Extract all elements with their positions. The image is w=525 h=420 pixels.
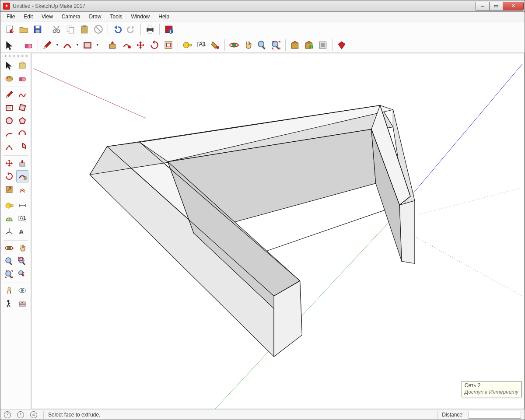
- arc-tool[interactable]: [3, 128, 15, 140]
- close-button[interactable]: ✕: [503, 2, 524, 10]
- menu-view[interactable]: View: [37, 12, 57, 21]
- 3pt-arc-tool[interactable]: [3, 141, 15, 153]
- menu-file[interactable]: File: [2, 12, 19, 21]
- tooltip-line2: Доступ к Интернету: [465, 389, 518, 396]
- dimension-tool[interactable]: [16, 200, 28, 212]
- warehouse-button[interactable]: [288, 38, 301, 52]
- vcb-input[interactable]: [469, 411, 521, 419]
- eraser-button[interactable]: [22, 38, 35, 52]
- offset-tool[interactable]: [16, 183, 28, 196]
- app-window: ✦ Untitled - SketchUp Make 2017 ─ ▭ ✕ Fi…: [0, 0, 525, 420]
- statusbar: ? ! ☺ Select face to extrude. Distance: [0, 409, 525, 420]
- select-tool[interactable]: [3, 59, 15, 71]
- save-button[interactable]: [31, 23, 44, 36]
- rotate-tool[interactable]: [3, 170, 15, 182]
- toolbar-standard: [0, 21, 525, 37]
- rotated-rect-tool[interactable]: [16, 102, 28, 114]
- position-camera-tool[interactable]: [3, 284, 15, 297]
- followme-button[interactable]: [120, 38, 133, 52]
- rectangle-tool[interactable]: [3, 102, 15, 114]
- pan-button[interactable]: [242, 38, 255, 52]
- menu-tools[interactable]: Tools: [106, 12, 127, 21]
- protractor-tool[interactable]: [3, 213, 15, 225]
- zoom-extents-tool[interactable]: [3, 268, 15, 280]
- print-button[interactable]: [144, 23, 157, 36]
- signin-button[interactable]: ☺: [30, 411, 37, 418]
- axes-tool[interactable]: [3, 226, 15, 238]
- polygon-tool[interactable]: [16, 115, 28, 127]
- warehouse2-button[interactable]: [302, 38, 315, 52]
- rotate-button[interactable]: [148, 38, 161, 52]
- zoom-extents-button[interactable]: [270, 38, 283, 52]
- minimize-button[interactable]: ─: [476, 2, 490, 10]
- zoom-tool[interactable]: [3, 255, 15, 267]
- zoom-button[interactable]: [256, 38, 269, 52]
- select-button[interactable]: [3, 38, 16, 52]
- open-button[interactable]: [17, 23, 30, 36]
- scale-tool[interactable]: [3, 183, 15, 196]
- offset-button[interactable]: [162, 38, 175, 52]
- previous-tool[interactable]: [16, 268, 28, 280]
- maximize-button[interactable]: ▭: [489, 2, 503, 10]
- paint-tool[interactable]: [3, 72, 15, 84]
- toolbar-grip[interactable]: [3, 55, 29, 57]
- redo-button[interactable]: [125, 23, 138, 36]
- rectangle-button[interactable]: [81, 38, 94, 52]
- pie-tool[interactable]: [16, 141, 28, 153]
- look-around-tool[interactable]: [16, 284, 28, 297]
- section-tool[interactable]: [16, 298, 28, 310]
- window-title: Untitled - SketchUp Make 2017: [13, 3, 476, 9]
- move-button[interactable]: [134, 38, 147, 52]
- menubar: FileEditViewCameraDrawToolsWindowHelp: [0, 12, 525, 21]
- paint-button[interactable]: [209, 38, 222, 52]
- undo-button[interactable]: [111, 23, 124, 36]
- model-info-button[interactable]: [162, 23, 175, 36]
- arc-button[interactable]: [61, 38, 74, 52]
- tape-button[interactable]: [181, 38, 194, 52]
- copy-button[interactable]: [64, 23, 77, 36]
- pushpull-tool[interactable]: [16, 157, 28, 169]
- orbit-tool[interactable]: [3, 242, 15, 254]
- orbit-button[interactable]: [228, 38, 241, 52]
- ruby-button[interactable]: [335, 38, 348, 52]
- geo-button[interactable]: ?: [4, 411, 11, 418]
- tape-tool[interactable]: [3, 200, 15, 212]
- rectangle-dropdown[interactable]: ▼: [95, 43, 100, 47]
- menu-help[interactable]: Help: [154, 12, 174, 21]
- freehand-tool[interactable]: [16, 88, 28, 101]
- 3dtext-tool[interactable]: [16, 226, 28, 238]
- status-hint: Select face to extrude.: [48, 412, 433, 418]
- line-tool[interactable]: [3, 88, 15, 101]
- menu-edit[interactable]: Edit: [19, 12, 37, 21]
- text-tool[interactable]: [16, 213, 28, 225]
- new-button[interactable]: [3, 23, 16, 36]
- followme-tool[interactable]: [16, 170, 28, 182]
- delete-button[interactable]: [92, 23, 105, 36]
- walk-tool[interactable]: [3, 298, 15, 310]
- pan-tool[interactable]: [16, 242, 28, 254]
- component-tool[interactable]: [16, 59, 28, 71]
- viewport-3d[interactable]: Сеть 2 Доступ к Интернету: [31, 53, 525, 409]
- side-toolbar: [0, 53, 31, 409]
- cut-button[interactable]: [50, 23, 63, 36]
- arc-dropdown[interactable]: ▼: [75, 43, 80, 47]
- 2pt-arc-tool[interactable]: [16, 128, 28, 140]
- move-tool[interactable]: [3, 157, 15, 169]
- credits-button[interactable]: !: [17, 411, 24, 418]
- toolbar-large: ▼▼▼: [0, 37, 525, 53]
- menu-window[interactable]: Window: [127, 12, 154, 21]
- text-button[interactable]: [195, 38, 208, 52]
- menu-camera[interactable]: Camera: [57, 12, 85, 21]
- extensions-button[interactable]: [316, 38, 329, 52]
- circle-tool[interactable]: [3, 115, 15, 127]
- network-tooltip: Сеть 2 Доступ к Интернету: [462, 381, 522, 397]
- pushpull-button[interactable]: [106, 38, 119, 52]
- paste-button[interactable]: [78, 23, 91, 36]
- pencil-dropdown[interactable]: ▼: [55, 43, 60, 47]
- pencil-button[interactable]: [41, 38, 54, 52]
- titlebar[interactable]: ✦ Untitled - SketchUp Make 2017 ─ ▭ ✕: [0, 0, 525, 12]
- eraser-tool[interactable]: [16, 72, 28, 84]
- menu-draw[interactable]: Draw: [85, 12, 106, 21]
- zoom-window-tool[interactable]: [16, 255, 28, 267]
- model-geometry: [90, 105, 415, 357]
